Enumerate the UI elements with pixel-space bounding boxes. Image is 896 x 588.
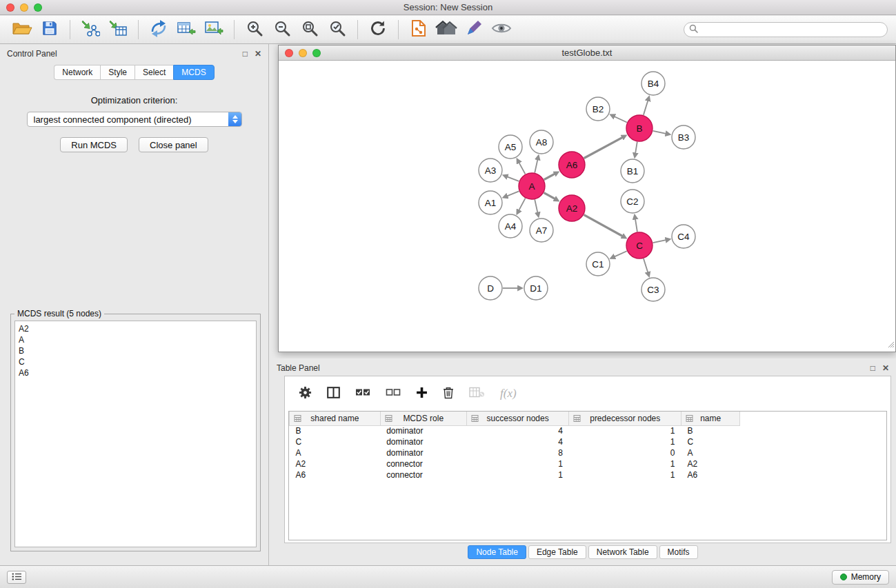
zoom-fit-button[interactable] bbox=[296, 18, 323, 41]
graph-edge-C-C3[interactable] bbox=[644, 258, 648, 272]
table-cell[interactable]: B bbox=[290, 425, 381, 436]
table-cell[interactable]: 0 bbox=[569, 447, 681, 458]
table-cell[interactable]: B bbox=[681, 425, 740, 436]
graph-node-A4[interactable]: A4 bbox=[499, 214, 522, 238]
mcds-result-item[interactable]: A6 bbox=[19, 367, 252, 378]
zoom-selected-button[interactable] bbox=[323, 18, 351, 41]
table-row[interactable]: Cdominator41C bbox=[290, 436, 887, 447]
table-cell[interactable]: 1 bbox=[569, 458, 681, 469]
graph-edge-A-A5[interactable] bbox=[519, 163, 525, 174]
task-history-button[interactable] bbox=[7, 571, 26, 584]
close-panel-button[interactable]: Close panel bbox=[139, 137, 208, 152]
run-mcds-button[interactable]: Run MCDS bbox=[60, 137, 128, 152]
save-session-button[interactable] bbox=[36, 18, 63, 41]
table-cell[interactable]: 1 bbox=[466, 469, 569, 480]
graph-edge-B-B1[interactable] bbox=[635, 142, 637, 154]
show-hide-button[interactable] bbox=[488, 18, 515, 41]
create-column-button[interactable] bbox=[416, 387, 428, 401]
clone-network-button[interactable] bbox=[145, 18, 172, 41]
select-all-button[interactable] bbox=[355, 387, 370, 401]
table-settings-button[interactable] bbox=[299, 386, 312, 402]
table-cell[interactable]: 4 bbox=[466, 425, 569, 436]
graph-edge-A-A7[interactable] bbox=[535, 200, 537, 213]
table-row[interactable]: A2connector11A2 bbox=[290, 458, 887, 469]
tab-style[interactable]: Style bbox=[100, 65, 135, 80]
deselect-all-button[interactable] bbox=[386, 387, 401, 401]
graph-node-A7[interactable]: A7 bbox=[530, 219, 553, 242]
table-cell[interactable]: 4 bbox=[466, 436, 569, 447]
graph-node-A8[interactable]: A8 bbox=[530, 130, 553, 154]
table-cell[interactable]: A2 bbox=[290, 458, 381, 469]
table-cell[interactable]: 1 bbox=[569, 425, 681, 436]
mcds-result-item[interactable]: B bbox=[19, 345, 252, 356]
graph-node-A3[interactable]: A3 bbox=[479, 159, 502, 182]
graph-node-A6[interactable]: A6 bbox=[559, 152, 585, 178]
table-cell[interactable]: 1 bbox=[569, 436, 681, 447]
zoom-in-button[interactable] bbox=[241, 18, 268, 41]
graph-node-C3[interactable]: C3 bbox=[641, 278, 665, 301]
minimize-window-button[interactable] bbox=[20, 3, 28, 12]
graph-edge-B-B3[interactable] bbox=[653, 131, 666, 134]
graph-node-A2[interactable]: A2 bbox=[559, 195, 585, 221]
graph-node-A5[interactable]: A5 bbox=[499, 135, 522, 159]
graph-node-C1[interactable]: C1 bbox=[586, 252, 610, 276]
column-header-MCDS-role[interactable]: MCDS role bbox=[380, 412, 466, 425]
column-header-shared-name[interactable]: shared name bbox=[290, 412, 381, 425]
table-cell[interactable]: connector bbox=[380, 458, 466, 469]
tab-mcds[interactable]: MCDS bbox=[173, 65, 214, 80]
column-header-predecessor-nodes[interactable]: predecessor nodes bbox=[569, 412, 681, 425]
mcds-result-item[interactable]: C bbox=[19, 356, 252, 367]
graph-node-C2[interactable]: C2 bbox=[621, 190, 644, 213]
graph-node-B3[interactable]: B3 bbox=[672, 125, 695, 149]
toolbar-search[interactable] bbox=[684, 22, 888, 37]
memory-button[interactable]: Memory bbox=[832, 570, 889, 585]
network-close-button[interactable] bbox=[285, 49, 293, 57]
graph-node-B1[interactable]: B1 bbox=[621, 159, 644, 183]
table-row[interactable]: Bdominator41B bbox=[290, 425, 887, 436]
open-session-button[interactable] bbox=[8, 18, 36, 41]
tab-select[interactable]: Select bbox=[135, 65, 173, 80]
float-table-panel-icon[interactable]: □ bbox=[870, 364, 875, 372]
tab-node-table[interactable]: Node Table bbox=[468, 545, 526, 559]
graph-edge-C-C1[interactable] bbox=[615, 251, 627, 256]
network-minimize-button[interactable] bbox=[299, 49, 307, 57]
graph-edge-A2-C[interactable] bbox=[584, 215, 623, 236]
graph-node-D[interactable]: D bbox=[479, 276, 502, 300]
table-cell[interactable]: A2 bbox=[681, 458, 740, 469]
table-cell[interactable]: C bbox=[681, 436, 740, 447]
graph-edge-A6-B[interactable] bbox=[584, 137, 623, 158]
table-cell[interactable]: dominator bbox=[380, 436, 466, 447]
tab-motifs[interactable]: Motifs bbox=[659, 545, 698, 559]
graph-edge-A-A8[interactable] bbox=[535, 159, 537, 172]
delete-column-button[interactable] bbox=[443, 386, 454, 402]
mcds-result-item[interactable]: A2 bbox=[19, 323, 252, 334]
style-brush-button[interactable] bbox=[460, 18, 488, 41]
import-network-button[interactable] bbox=[77, 18, 104, 41]
table-cell[interactable]: A bbox=[290, 447, 381, 458]
graph-edge-C-C2[interactable] bbox=[635, 219, 637, 232]
table-cell[interactable]: A bbox=[681, 447, 740, 458]
network-file-button[interactable] bbox=[405, 18, 432, 41]
graph-node-A1[interactable]: A1 bbox=[479, 191, 502, 214]
graph-edge-A-A1[interactable] bbox=[507, 191, 519, 196]
network-window-titlebar[interactable]: testGlobe.txt bbox=[279, 45, 895, 61]
mcds-result-list[interactable]: A2ABCA6 bbox=[14, 321, 257, 547]
table-cell[interactable]: 1 bbox=[466, 458, 569, 469]
table-cell[interactable]: dominator bbox=[380, 425, 466, 436]
table-cell[interactable]: connector bbox=[380, 469, 466, 480]
table-cell[interactable]: A6 bbox=[681, 469, 740, 480]
table-cell[interactable]: 1 bbox=[569, 469, 681, 480]
graph-edge-A-A3[interactable] bbox=[507, 176, 519, 181]
graph-node-C[interactable]: C bbox=[626, 232, 653, 258]
table-cell[interactable]: 8 bbox=[466, 447, 569, 458]
import-table-button[interactable] bbox=[104, 18, 132, 41]
table-cell[interactable]: C bbox=[290, 436, 381, 447]
graph-edge-B-B4[interactable] bbox=[644, 101, 648, 115]
graph-edge-A-A2[interactable] bbox=[544, 193, 555, 199]
table-row[interactable]: Adominator80A bbox=[290, 447, 887, 458]
graph-edge-A-A6[interactable] bbox=[544, 174, 555, 179]
graph-node-B4[interactable]: B4 bbox=[641, 72, 665, 95]
network-canvas[interactable]: B4B2BB3A5A8A6B1A3AC2A1A2A4A7C4CC1C3DD1 bbox=[279, 61, 895, 352]
zoom-window-button[interactable] bbox=[34, 3, 42, 12]
graph-node-B2[interactable]: B2 bbox=[586, 97, 610, 121]
